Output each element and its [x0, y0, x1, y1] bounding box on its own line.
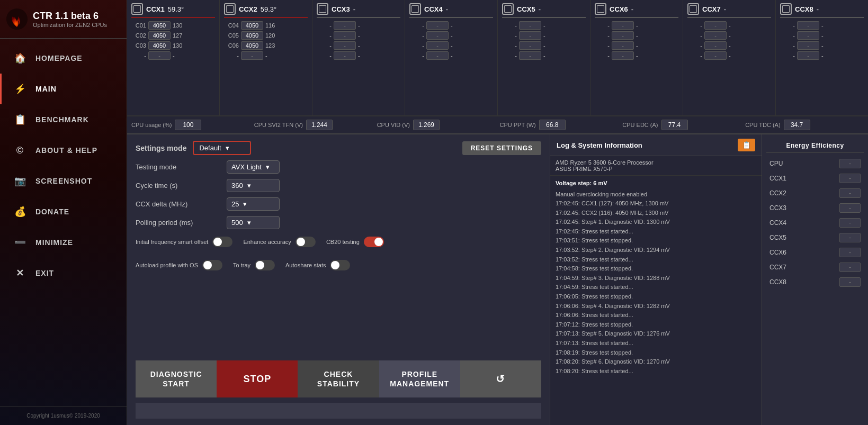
- sidebar-item-exit[interactable]: ✕ EXIT: [0, 258, 127, 288]
- core-value: -: [797, 31, 819, 40]
- sidebar-item-main[interactable]: ⚡ MAIN: [0, 74, 127, 104]
- sidebar-item-about[interactable]: © ABOUT & HELP: [0, 135, 127, 166]
- testing-mode-dropdown[interactable]: AVX Light ▾: [227, 160, 280, 174]
- core-extra: -: [636, 22, 638, 29]
- toggle-to_tray-switch[interactable]: [255, 260, 275, 270]
- core-label: -: [780, 52, 795, 59]
- voltage-step: Voltage step: 6 mV: [556, 179, 756, 188]
- sidebar-item-donate[interactable]: 💰 DONATE: [0, 196, 127, 227]
- core-extra: -: [729, 32, 731, 39]
- settings-mode-dropdown[interactable]: Default ▾: [193, 141, 251, 155]
- ccx7-cores: - - - - - - - - - - - -: [687, 21, 771, 60]
- ccx-row: - - -: [595, 51, 678, 60]
- log-content[interactable]: Voltage step: 6 mVManual overclocking mo…: [550, 176, 762, 425]
- ccx8-chip-icon: [780, 3, 792, 15]
- check-stability-button[interactable]: CHECK STABILITY: [298, 360, 379, 397]
- ccx-row: - - -: [502, 21, 586, 30]
- ccx8-temp: -: [817, 5, 819, 13]
- status-item-cpuedca: CPU EDC (A) 77.4: [622, 120, 741, 130]
- sidebar-item-benchmark[interactable]: 📋 BENCHMARK: [0, 104, 127, 135]
- log-system-info: AMD Ryzen 5 3600 6-Core Processor ASUS P…: [550, 156, 762, 176]
- sidebar-item-minimize[interactable]: ➖ MINIMIZE: [0, 227, 127, 258]
- core-label: -: [595, 32, 610, 39]
- cpu-panels-row: CCX1 59.3° C01 4050 130 C02 4050 127 C03…: [127, 0, 868, 116]
- core-value: -: [704, 51, 727, 60]
- core-value: -: [704, 31, 727, 40]
- log-copy-button[interactable]: 📋: [738, 139, 755, 151]
- cycle-time-dropdown[interactable]: 360 ▾: [227, 179, 280, 192]
- ccx-row: - - -: [317, 51, 400, 60]
- ccx-row: - - -: [595, 21, 678, 30]
- core-extra: -: [451, 32, 453, 39]
- stability-label: STABILITY: [317, 379, 360, 388]
- ccx-row: - - -: [409, 21, 493, 30]
- stop-label: STOP: [243, 374, 271, 385]
- log-entry: 17:08:20: Step# 6. Diagnostic VID: 1270 …: [556, 357, 756, 367]
- sidebar-item-label: ABOUT & HELP: [35, 146, 97, 155]
- settings-panel: Settings mode Default ▾ RESET SETTINGS T…: [127, 134, 550, 425]
- ccx-row: - - -: [317, 31, 400, 40]
- settings-mode-label: Settings mode: [136, 144, 186, 152]
- ccx-row: - - -: [409, 41, 493, 50]
- sidebar-item-label: BENCHMARK: [35, 115, 89, 124]
- sidebar-item-label: MINIMIZE: [35, 238, 73, 247]
- log-entry: Manual overclocking mode enabled: [556, 190, 756, 200]
- toggle-freq_offset-switch[interactable]: [212, 237, 232, 247]
- polling-period-dropdown[interactable]: 500 ▾: [227, 216, 280, 229]
- toggle-autoshare-switch[interactable]: [330, 260, 350, 270]
- ccx4-temp: -: [446, 5, 448, 13]
- ccx4-name: CCX4: [424, 5, 443, 13]
- ccx-delta-dropdown[interactable]: 25 ▾: [227, 197, 280, 211]
- logo-title: CTR 1.1 beta 6: [33, 11, 107, 22]
- core-label: -: [502, 22, 517, 29]
- sidebar-nav: 🏠 HOMEPAGE ⚡ MAIN 📋 BENCHMARK © ABOUT & …: [0, 43, 127, 406]
- reset-settings-button[interactable]: RESET SETTINGS: [462, 141, 541, 155]
- ccx2-cores: C04 4050 116 C05 4050 120 C06 4050 123 -…: [224, 21, 308, 60]
- toggle-cb20_testing-switch[interactable]: [364, 237, 384, 247]
- core-extra: 127: [173, 32, 182, 39]
- core-value: -: [519, 51, 541, 60]
- profile-management-button[interactable]: PROFILE MANAGEMENT: [379, 360, 460, 397]
- status-item-cpusvi2tfnv: CPU SVI2 TFN (V) 1.244: [254, 120, 373, 130]
- stop-button[interactable]: STOP: [217, 360, 298, 397]
- core-value: -: [148, 51, 171, 60]
- toggle-enhance_accuracy-switch[interactable]: [296, 237, 316, 247]
- energy-row-label: CCX2: [769, 189, 786, 197]
- ccx-panel-ccx4: CCX4 - - - - - - - - - - - - -: [405, 0, 498, 115]
- core-value: -: [797, 41, 819, 50]
- logo-subtitle: Optimization for ZEN2 CPUs: [33, 22, 107, 28]
- core-label: C05: [224, 32, 239, 39]
- core-label: -: [502, 52, 517, 59]
- ccx4-cores: - - - - - - - - - - - -: [409, 21, 493, 60]
- core-value: -: [519, 31, 541, 40]
- core-value: -: [519, 21, 541, 30]
- log-entry: 17:08:20: Stress test started...: [556, 367, 756, 376]
- sidebar-item-screenshot[interactable]: 📷 SCREENSHOT: [0, 166, 127, 196]
- sidebar-item-homepage[interactable]: 🏠 HOMEPAGE: [0, 43, 127, 74]
- homepage-icon: 🏠: [12, 50, 28, 66]
- sidebar-logo: CTR 1.1 beta 6 Optimization for ZEN2 CPU…: [0, 0, 127, 39]
- toggle-section: Initial frequency smart offset Enhance a…: [136, 237, 541, 270]
- toggle-autoload-switch[interactable]: [202, 260, 222, 270]
- toggle-autoload-label: Autoload profile with OS: [136, 262, 198, 268]
- core-label: C04: [224, 22, 239, 29]
- log-entry: 17:03:51: Stress test stopped.: [556, 236, 756, 246]
- ccx-row: - - -: [595, 41, 678, 50]
- toggle-row: Autoload profile with OS To tray Autosha…: [136, 260, 541, 270]
- diagnostic-button[interactable]: DIAGNOSTIC START: [136, 360, 217, 397]
- ccx5-cores: - - - - - - - - - - - -: [502, 21, 586, 60]
- log-entry: 17:04:59: Step# 3. Diagnostic VID: 1288 …: [556, 274, 756, 283]
- energy-row-ccx3: CCX3 -: [766, 201, 864, 215]
- status-label: CPU usage (%): [131, 122, 172, 128]
- status-item-cpuvidv: CPU VID (V) 1.269: [377, 120, 496, 130]
- toggle-item-freq_offset: Initial frequency smart offset: [136, 237, 232, 247]
- core-label: -: [595, 52, 610, 59]
- status-value: 1.269: [413, 120, 440, 130]
- core-value: -: [334, 51, 356, 60]
- log-entry: 17:07:13: Stress test started...: [556, 339, 756, 348]
- core-extra: -: [451, 52, 453, 59]
- ccx7-chip-icon: [687, 3, 699, 15]
- log-header: Log & System Information 📋: [550, 134, 762, 156]
- core-label: -: [502, 32, 517, 39]
- refresh-button[interactable]: ↺: [460, 360, 541, 397]
